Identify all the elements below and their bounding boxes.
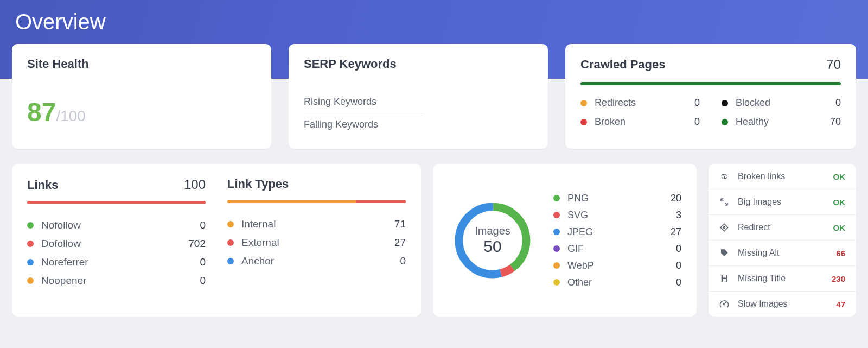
links-title: Links (27, 178, 58, 192)
donut-total: 50 (483, 237, 501, 256)
check-row[interactable]: Missing Alt66 (709, 241, 856, 266)
item-value: 71 (394, 218, 406, 230)
check-row[interactable]: Missing Title230 (709, 266, 856, 292)
detail-row: Links 100 Nofollow0Dofollow702Noreferrer… (0, 149, 868, 317)
check-value: OK (833, 223, 846, 232)
check-row[interactable]: Broken linksOK (709, 164, 856, 189)
check-value: 47 (836, 300, 845, 309)
crawled-stat[interactable]: Broken0 (580, 116, 700, 128)
legend-dot-icon (27, 222, 34, 229)
legend-dot-icon (553, 195, 560, 201)
img-type-label: PNG (567, 193, 589, 204)
image-legend-item[interactable]: SVG3 (553, 207, 681, 224)
heading-icon (719, 274, 729, 283)
serp-keywords-card[interactable]: SERP Keywords Rising Keywords Falling Ke… (289, 44, 548, 149)
check-label: Broken links (738, 172, 785, 181)
image-legend-item[interactable]: Other0 (553, 274, 681, 291)
images-donut-chart: Images 50 (448, 196, 537, 285)
links-card[interactable]: Links 100 Nofollow0Dofollow702Noreferrer… (12, 164, 421, 317)
legend-dot-icon (27, 277, 34, 284)
item-value: 702 (188, 238, 206, 250)
links-list: Nofollow0Dofollow702Noreferrer0Noopener0 (27, 216, 206, 290)
crawl-value: 0 (694, 97, 700, 109)
img-type-value: 0 (676, 277, 681, 288)
image-legend-item[interactable]: GIF0 (553, 241, 681, 257)
legend-dot-icon (553, 245, 560, 252)
score-value: 87 (27, 98, 56, 126)
item-label: Dofollow (41, 238, 81, 250)
check-row[interactable]: RedirectOK (709, 215, 856, 241)
check-value: 66 (836, 249, 845, 258)
image-legend-item[interactable]: JPEG27 (553, 224, 681, 241)
list-item[interactable]: Internal71 (227, 215, 406, 233)
img-type-label: JPEG (567, 226, 593, 238)
list-item[interactable]: Anchor0 (227, 252, 406, 270)
crawled-pages-card[interactable]: Crawled Pages 70 Redirects0Blocked0Broke… (565, 44, 856, 149)
legend-dot-icon (553, 229, 560, 235)
img-type-label: GIF (567, 243, 584, 255)
legend-dot-icon (553, 212, 560, 218)
item-label: Noreferrer (41, 256, 88, 268)
img-type-value: 0 (676, 260, 681, 271)
check-row[interactable]: Slow Images47 (709, 292, 856, 317)
check-label: Missing Title (738, 274, 786, 283)
image-legend-item[interactable]: WebP0 (553, 257, 681, 274)
crawl-label: Healthy (736, 116, 769, 128)
status-dot-icon (580, 119, 587, 125)
item-label: Internal (241, 218, 276, 230)
status-dot-icon (580, 100, 587, 106)
site-health-card[interactable]: Site Health 87/100 (12, 44, 271, 149)
summary-row: Site Health 87/100 SERP Keywords Rising … (0, 44, 868, 149)
serp-list: Rising Keywords Falling Keywords (304, 91, 533, 136)
donut-label: Images (475, 225, 510, 237)
img-type-label: WebP (567, 260, 594, 271)
site-health-title: Site Health (27, 57, 256, 71)
crawl-label: Blocked (736, 97, 770, 109)
img-type-label: Other (567, 277, 592, 288)
check-label: Big Images (738, 197, 781, 207)
links-column: Links 100 Nofollow0Dofollow702Noreferrer… (27, 177, 206, 303)
crawled-progress-bar (580, 82, 841, 85)
img-type-value: 20 (671, 193, 681, 204)
images-card[interactable]: Images 50 PNG20SVG3JPEG27GIF0WebP0Other0 (433, 164, 697, 317)
item-label: Noopener (41, 275, 86, 287)
crawled-total: 70 (826, 57, 841, 72)
link-types-bar (227, 200, 406, 203)
site-health-score: 87/100 (27, 97, 256, 127)
item-value: 0 (200, 256, 206, 268)
link-types-list: Internal71External27Anchor0 (227, 215, 406, 270)
legend-dot-icon (27, 241, 34, 247)
list-item[interactable]: Noopener0 (27, 271, 206, 290)
item-label: Nofollow (41, 219, 81, 231)
item-value: 0 (200, 275, 206, 287)
list-item[interactable]: External27 (227, 233, 406, 252)
legend-dot-icon (227, 239, 234, 246)
legend-dot-icon (553, 262, 560, 269)
links-total: 100 (184, 177, 206, 192)
serp-falling[interactable]: Falling Keywords (304, 113, 423, 136)
images-legend: PNG20SVG3JPEG27GIF0WebP0Other0 (553, 190, 681, 291)
item-label: External (241, 237, 279, 249)
checks-panel: Broken linksOKBig ImagesOKRedirectOKMiss… (709, 164, 856, 317)
page-title: Overview (15, 10, 853, 34)
check-row[interactable]: Big ImagesOK (709, 189, 856, 215)
list-item[interactable]: Noreferrer0 (27, 253, 206, 271)
check-value: OK (833, 198, 846, 207)
serp-rising[interactable]: Rising Keywords (304, 91, 423, 113)
crawl-value: 70 (830, 116, 841, 128)
legend-dot-icon (227, 221, 234, 227)
crawled-stat[interactable]: Redirects0 (580, 97, 700, 109)
crawled-stat[interactable]: Healthy70 (722, 116, 841, 128)
list-item[interactable]: Nofollow0 (27, 216, 206, 235)
status-dot-icon (722, 100, 728, 106)
legend-dot-icon (27, 259, 34, 265)
list-item[interactable]: Dofollow702 (27, 235, 206, 253)
link-types-title: Link Types (227, 177, 289, 191)
gauge-icon (719, 299, 729, 309)
img-type-value: 0 (676, 243, 681, 255)
item-label: Anchor (241, 255, 274, 267)
unlink-icon (719, 172, 729, 181)
crawled-stat[interactable]: Blocked0 (722, 97, 841, 109)
crawl-label: Redirects (595, 97, 636, 109)
image-legend-item[interactable]: PNG20 (553, 190, 681, 207)
